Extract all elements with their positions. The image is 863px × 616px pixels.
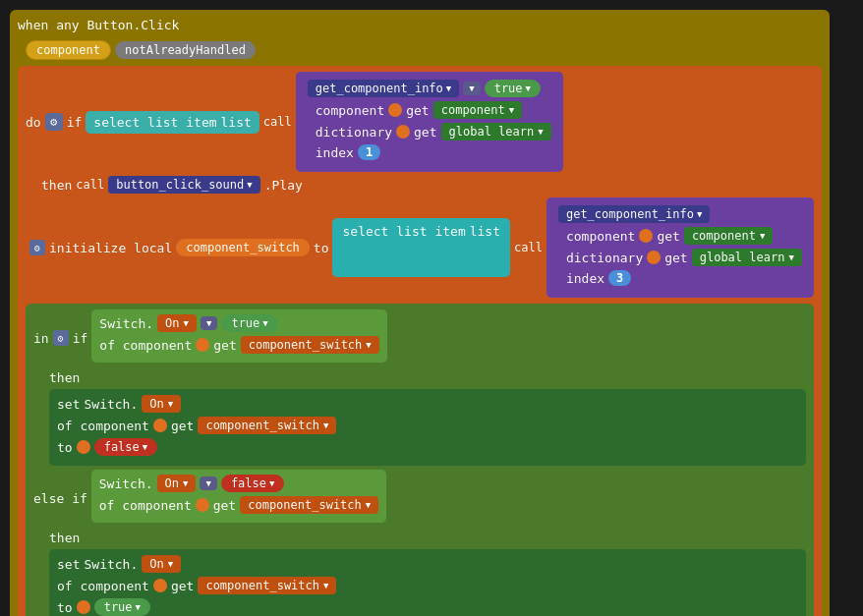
on-dropdown-4[interactable]: On <box>142 555 181 573</box>
true-badge-3[interactable]: true <box>94 598 150 616</box>
else-if-label: else if <box>33 491 87 506</box>
then-label-1: then <box>41 178 72 193</box>
index-badge-2[interactable]: 3 <box>608 270 631 286</box>
button-click-sound-dropdown[interactable]: button_click_sound <box>108 176 259 194</box>
dictionary-label-1: dictionary <box>316 125 392 140</box>
block-canvas: when any Button.Click component notAlrea… <box>10 10 855 616</box>
to-false-row: to false <box>57 438 798 456</box>
component-tag[interactable]: component <box>26 40 111 60</box>
component-label-1: component <box>316 103 384 118</box>
global-learn-dropdown-2[interactable]: global learn <box>692 249 802 266</box>
dictionary-row-2: dictionary get global learn <box>566 249 802 266</box>
initialize-local-row: ⚙ initialize local component_switch to s… <box>26 197 814 298</box>
of-component-row-4: of component get component_switch <box>57 577 798 594</box>
dictionary-row-1: dictionary get global learn <box>316 123 551 140</box>
component-switch-dropdown-1[interactable]: component_switch <box>241 336 379 354</box>
gear-icon-2[interactable]: ⚙ <box>29 240 45 255</box>
set-label-2: set <box>57 557 80 572</box>
play-label: .Play <box>264 178 303 193</box>
get-label-6: get <box>171 419 194 433</box>
false-badge-1[interactable]: false <box>94 438 158 456</box>
if-label-2: if <box>73 331 88 346</box>
then-label-2: then <box>49 370 80 385</box>
when-header: when any Button.Click <box>18 18 822 32</box>
get-component-info-dropdown-1[interactable]: get_component_info <box>308 80 459 97</box>
get-label-2: get <box>414 125 436 140</box>
in-block: in ⚙ if Switch. On true <box>26 304 814 616</box>
component-dropdown-2[interactable]: component <box>684 227 773 245</box>
call-label-1: call <box>263 115 292 129</box>
on-dropdown-2[interactable]: On <box>142 395 181 413</box>
get-label-7: get <box>213 498 236 513</box>
gci-row-2: get_component_info <box>558 205 802 223</box>
of-component-row-3: of component get component_switch <box>99 496 378 514</box>
index-badge-1[interactable]: 1 <box>358 144 380 160</box>
to-label-2: to <box>57 440 73 455</box>
gci-row-1: get_component_info true <box>308 80 551 97</box>
condition-block-1: Switch. On true of component get compo <box>91 309 386 363</box>
gear-icon-1[interactable]: ⚙ <box>45 113 63 131</box>
of-component-label-2: of component <box>57 419 149 433</box>
set-switch-on-row-1: set Switch. On <box>57 395 798 413</box>
component-switch-dropdown-4[interactable]: component_switch <box>198 577 336 594</box>
component-switch-dropdown-2[interactable]: component_switch <box>198 417 336 434</box>
outer-container: when any Button.Click component notAlrea… <box>10 10 830 616</box>
component-row-1: component get component <box>316 101 551 119</box>
tag-row: component notAlreadyHandled <box>26 40 822 60</box>
of-component-label-4: of component <box>57 579 149 593</box>
to-true-row: to true <box>57 598 798 616</box>
select-list-item-label-1: select list item <box>93 115 216 130</box>
do-block: do ⚙ if select list item list call get_c… <box>18 66 822 616</box>
switch-on-row-1: Switch. On true <box>99 314 378 332</box>
switch-dot-label-2: Switch. <box>84 397 138 412</box>
select-list-item-block-1: select list item list <box>86 111 259 134</box>
then-block-1: set Switch. On of component get componen… <box>49 389 806 466</box>
component-switch-pill[interactable]: component_switch <box>176 239 310 256</box>
select-list-item-block-2: select list item list <box>332 218 510 277</box>
switch-dot-label-4: Switch. <box>84 557 138 572</box>
if-outer-block: in ⚙ if Switch. On true <box>26 304 814 616</box>
condition-block-2: Switch. On false of component get <box>91 470 386 523</box>
then-label-3: then <box>49 531 80 545</box>
gear-icon-3[interactable]: ⚙ <box>53 330 69 346</box>
else-if-row: else if Switch. On false <box>33 470 806 527</box>
dictionary-label-2: dictionary <box>566 251 643 265</box>
component-label-2: component <box>566 229 635 244</box>
initialize-label: initialize local <box>49 241 172 255</box>
index-label-1: index <box>316 145 354 160</box>
get-component-info-block-2: get_component_info component get compone… <box>547 197 814 298</box>
true-badge-1[interactable]: true <box>485 80 541 97</box>
index-row-1: index 1 <box>316 144 551 160</box>
not-already-handled-tag[interactable]: notAlreadyHandled <box>115 41 256 59</box>
true-badge-2[interactable]: true <box>221 314 277 332</box>
get-label-3: get <box>657 229 679 244</box>
component-switch-dropdown-3[interactable]: component_switch <box>240 496 378 514</box>
then-row-2: then <box>33 531 806 545</box>
then-row-1: then <box>33 370 806 385</box>
eq-op-2[interactable] <box>201 316 217 330</box>
else-if-wrapper: else if Switch. On false <box>33 470 806 616</box>
list-label-1: list <box>221 115 252 130</box>
global-learn-dropdown-1[interactable]: global learn <box>441 123 551 140</box>
on-dropdown-1[interactable]: On <box>157 314 197 332</box>
false-badge-2[interactable]: false <box>221 475 285 492</box>
sli-row-2: select list item list <box>342 224 500 239</box>
of-component-row-1: of component get component_switch <box>99 336 378 354</box>
to-label-3: to <box>57 600 73 615</box>
switch-dot-label-1: Switch. <box>99 316 153 331</box>
eq-op-3[interactable] <box>200 476 216 490</box>
switch-dot-label-3: Switch. <box>99 476 153 491</box>
call-label-2: call <box>76 178 104 192</box>
component-dropdown-1[interactable]: component <box>433 101 522 119</box>
event-label: when any Button.Click <box>18 18 179 32</box>
get-component-info-dropdown-2[interactable]: get_component_info <box>558 205 710 223</box>
index-label-2: index <box>566 271 604 286</box>
do-label: do <box>26 115 41 130</box>
get-component-info-block-1: get_component_info true component get co… <box>296 72 563 172</box>
get-label-4: get <box>664 251 687 265</box>
in-if-row: in ⚙ if Switch. On true <box>33 309 806 366</box>
eq-op-1[interactable] <box>463 82 480 95</box>
in-label: in <box>33 331 49 346</box>
of-component-label-1: of component <box>99 338 192 353</box>
on-dropdown-3[interactable]: On <box>157 475 197 492</box>
